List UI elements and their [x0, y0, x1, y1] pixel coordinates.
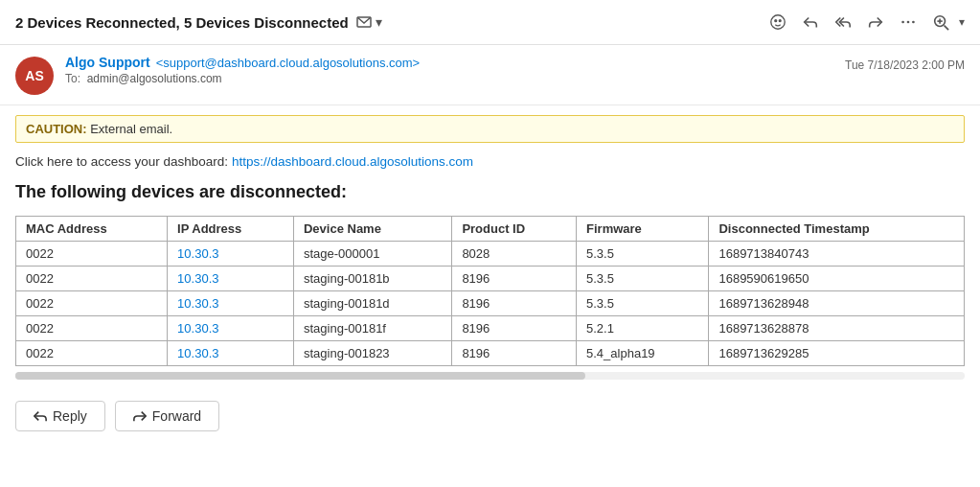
cell-firmware: 5.4_alpha19 — [577, 341, 709, 366]
sender-to: To: admin@algosolutions.com — [65, 72, 830, 85]
table-row: 0022 10.30.3 staging-00181f 8196 5.2.1 1… — [16, 316, 965, 341]
cell-ip[interactable]: 10.30.3 — [168, 267, 294, 291]
sender-name-line: Algo Support <support@dashboard.cloud.al… — [65, 55, 830, 70]
top-bar-left: 2 Devices Reconnected, 5 Devices Disconn… — [15, 14, 382, 31]
reply-button-label: Reply — [53, 408, 87, 424]
cell-disconnect-timestamp: 1689713628948 — [709, 291, 965, 316]
scroll-thumb[interactable] — [15, 372, 585, 380]
chevron-down-icon: ▾ — [376, 14, 382, 30]
col-header-firmware: Firmware — [577, 217, 709, 242]
table-row: 0022 10.30.3 staging-001823 8196 5.4_alp… — [16, 341, 965, 366]
cell-product-id: 8028 — [452, 242, 577, 267]
cell-mac: 0022 — [16, 316, 168, 341]
cell-firmware: 5.3.5 — [577, 291, 709, 316]
dashboard-link-line: Click here to access your dashboard: htt… — [15, 154, 965, 169]
zoom-button[interactable] — [926, 8, 955, 36]
svg-line-8 — [945, 26, 949, 31]
email-body: Click here to access your dashboard: htt… — [0, 143, 980, 393]
subject-dropdown-icon[interactable]: ▾ — [356, 14, 382, 30]
zoom-chevron: ▾ — [959, 15, 965, 29]
cell-mac: 0022 — [16, 341, 168, 366]
table-container: MAC Address IP Address Device Name Produ… — [15, 216, 965, 366]
top-bar-right: ▾ — [763, 8, 965, 36]
reply-arrow-icon — [34, 409, 47, 423]
col-header-timestamp: Disconnected Timestamp — [709, 217, 965, 242]
cell-mac: 0022 — [16, 242, 168, 267]
top-bar: 2 Devices Reconnected, 5 Devices Disconn… — [0, 0, 980, 45]
table-header-row: MAC Address IP Address Device Name Produ… — [16, 217, 965, 242]
cell-disconnect-timestamp: 1689713628878 — [709, 316, 965, 341]
svg-point-2 — [775, 20, 777, 22]
email-subject: 2 Devices Reconnected, 5 Devices Disconn… — [15, 14, 349, 31]
sender-row: AS Algo Support <support@dashboard.cloud… — [0, 45, 980, 105]
table-row: 0022 10.30.3 staging-00181d 8196 5.3.5 1… — [16, 291, 965, 316]
cell-product-id: 8196 — [452, 291, 577, 316]
section-heading: The following devices are disconnected: — [15, 182, 965, 202]
cell-ip[interactable]: 10.30.3 — [168, 341, 294, 366]
sender-name: Algo Support — [65, 55, 150, 70]
forward-button[interactable]: Forward — [115, 401, 219, 431]
cell-device-name: staging-001823 — [293, 341, 451, 366]
horizontal-scrollbar[interactable] — [15, 372, 965, 380]
recipient-email: admin@algosolutions.com — [87, 72, 222, 85]
cell-device-name: staging-00181f — [293, 316, 451, 341]
reply-all-icon-button[interactable] — [829, 8, 857, 36]
reply-icon-button[interactable] — [796, 8, 825, 36]
cell-device-name: stage-000001 — [293, 242, 451, 267]
sender-email[interactable]: <support@dashboard.cloud.algosolutions.c… — [156, 56, 421, 70]
cell-product-id: 8196 — [452, 341, 577, 366]
cell-firmware: 5.3.5 — [577, 267, 709, 291]
table-row: 0022 10.30.3 stage-000001 8028 5.3.5 168… — [16, 242, 965, 267]
devices-table: MAC Address IP Address Device Name Produ… — [15, 216, 965, 366]
cell-mac: 0022 — [16, 291, 168, 316]
svg-point-4 — [901, 21, 904, 24]
cell-product-id: 8196 — [452, 316, 577, 341]
more-options-button[interactable] — [894, 8, 923, 36]
col-header-ip: IP Address — [168, 217, 294, 242]
forward-arrow-icon — [133, 409, 147, 423]
cell-ip[interactable]: 10.30.3 — [168, 242, 294, 267]
cell-ip[interactable]: 10.30.3 — [168, 316, 294, 341]
cell-mac: 0022 — [16, 267, 168, 291]
forward-icon-button[interactable] — [861, 8, 890, 36]
caution-message: External email. — [87, 122, 173, 136]
cell-firmware: 5.3.5 — [577, 242, 709, 267]
cell-disconnect-timestamp: 1689590619650 — [709, 267, 965, 291]
svg-point-3 — [779, 20, 781, 22]
forward-button-label: Forward — [152, 408, 201, 424]
col-header-product: Product ID — [452, 217, 577, 242]
cell-product-id: 8196 — [452, 267, 577, 291]
svg-point-1 — [771, 15, 785, 29]
svg-point-5 — [907, 21, 910, 24]
dashboard-link[interactable]: https://dashboard.cloud.algosolutions.co… — [232, 154, 473, 169]
email-timestamp: Tue 7/18/2023 2:00 PM — [845, 58, 965, 72]
cell-device-name: staging-00181d — [293, 291, 451, 316]
avatar: AS — [15, 57, 54, 95]
cell-disconnect-timestamp: 1689713629285 — [709, 341, 965, 366]
sender-info: Algo Support <support@dashboard.cloud.al… — [65, 55, 830, 85]
cell-firmware: 5.2.1 — [577, 316, 709, 341]
react-button[interactable] — [763, 8, 792, 36]
caution-banner: CAUTION: External email. — [15, 115, 965, 143]
dashboard-link-text: Click here to access your dashboard: — [15, 154, 232, 169]
svg-point-6 — [912, 21, 915, 24]
cell-disconnect-timestamp: 1689713840743 — [709, 242, 965, 267]
reply-button[interactable]: Reply — [15, 401, 105, 431]
col-header-device: Device Name — [293, 217, 451, 242]
action-bar: Reply Forward — [0, 393, 980, 439]
caution-label: CAUTION: — [26, 122, 87, 136]
col-header-mac: MAC Address — [16, 217, 168, 242]
table-row: 0022 10.30.3 staging-00181b 8196 5.3.5 1… — [16, 267, 965, 291]
cell-device-name: staging-00181b — [293, 267, 451, 291]
cell-ip[interactable]: 10.30.3 — [168, 291, 294, 316]
